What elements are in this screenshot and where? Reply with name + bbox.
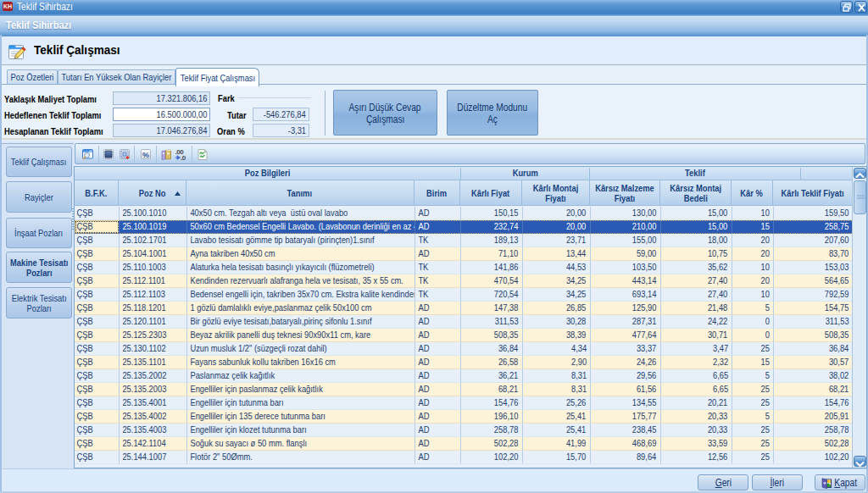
- svg-text:%: %: [142, 151, 148, 159]
